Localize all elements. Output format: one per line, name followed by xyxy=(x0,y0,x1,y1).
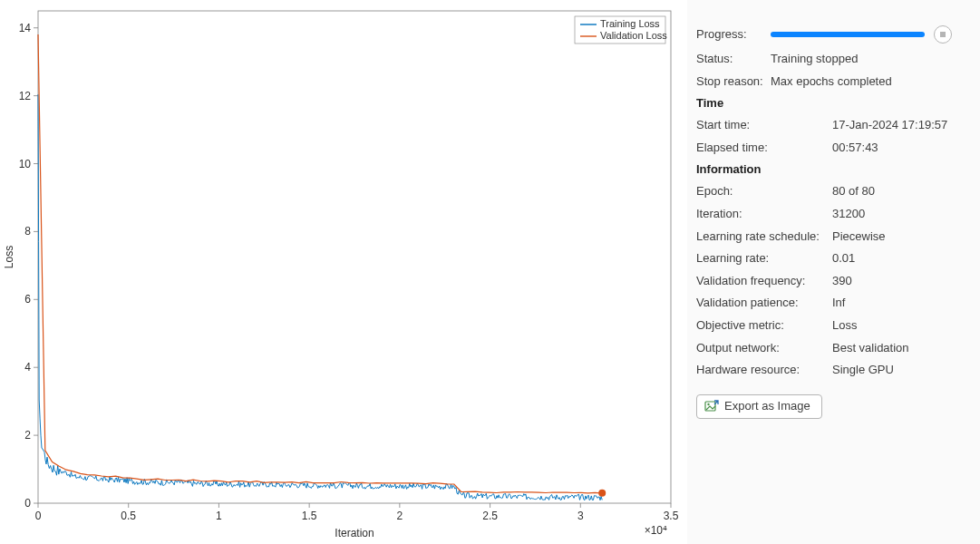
obj-label: Objective metric: xyxy=(696,318,832,333)
val-pat-row: Validation patience: Inf xyxy=(696,296,967,310)
start-time-label: Start time: xyxy=(696,118,832,132)
svg-text:4: 4 xyxy=(24,361,31,374)
svg-text:12: 12 xyxy=(19,90,32,102)
svg-text:14: 14 xyxy=(19,22,32,34)
training-loss-chart: 0246810121400.511.522.533.5IterationLoss… xyxy=(0,0,687,544)
status-label: Status: xyxy=(696,52,771,66)
progress-fill xyxy=(771,32,925,37)
svg-text:8: 8 xyxy=(24,225,31,238)
start-time-row: Start time: 17-Jan-2024 17:19:57 xyxy=(696,118,967,132)
export-as-image-button[interactable]: Export as Image xyxy=(696,394,822,419)
stop-reason-row: Stop reason: Max epochs completed xyxy=(696,74,967,89)
val-freq-label: Validation frequency: xyxy=(696,274,832,288)
outnet-value: Best validation xyxy=(832,341,967,355)
val-freq-row: Validation frequency: 390 xyxy=(696,274,967,288)
lr-label: Learning rate: xyxy=(696,251,832,266)
obj-row: Objective metric: Loss xyxy=(696,318,967,333)
svg-text:6: 6 xyxy=(24,293,31,306)
elapsed-label: Elapsed time: xyxy=(696,141,832,155)
hw-row: Hardware resource: Single GPU xyxy=(696,363,967,377)
stop-reason-value: Max epochs completed xyxy=(771,74,967,89)
hw-label: Hardware resource: xyxy=(696,363,832,377)
status-value: Training stopped xyxy=(771,52,967,66)
lr-sched-row: Learning rate schedule: Piecewise xyxy=(696,229,967,244)
svg-point-36 xyxy=(598,490,606,497)
stop-training-button[interactable] xyxy=(934,25,952,44)
svg-text:3: 3 xyxy=(577,510,584,522)
app-root: 0246810121400.511.522.533.5IterationLoss… xyxy=(0,0,980,544)
iteration-label: Iteration: xyxy=(696,207,832,221)
epoch-label: Epoch: xyxy=(696,184,832,199)
svg-text:3.5: 3.5 xyxy=(664,510,679,522)
iteration-row: Iteration: 31200 xyxy=(696,207,967,221)
svg-text:Iteration: Iteration xyxy=(335,527,374,539)
status-row: Status: Training stopped xyxy=(696,52,967,66)
svg-text:1: 1 xyxy=(216,510,222,522)
progress-row: Progress: xyxy=(696,25,967,44)
lr-sched-label: Learning rate schedule: xyxy=(696,229,832,244)
svg-text:2: 2 xyxy=(397,510,403,522)
chart-svg: 0246810121400.511.522.533.5IterationLoss… xyxy=(0,0,687,544)
lr-row: Learning rate: 0.01 xyxy=(696,251,967,266)
outnet-row: Output network: Best validation xyxy=(696,341,967,355)
elapsed-time-row: Elapsed time: 00:57:43 xyxy=(696,141,967,155)
obj-value: Loss xyxy=(832,318,967,333)
export-button-label: Export as Image xyxy=(724,399,810,413)
progress-bar xyxy=(771,32,925,37)
svg-text:×10⁴: ×10⁴ xyxy=(645,524,667,537)
export-image-icon xyxy=(704,399,719,413)
svg-text:2: 2 xyxy=(24,429,31,442)
iteration-value: 31200 xyxy=(832,207,967,221)
svg-text:1.5: 1.5 xyxy=(302,510,317,522)
stop-reason-label: Stop reason: xyxy=(696,74,771,89)
training-info-panel: Progress: Status: Training stopped Stop … xyxy=(687,0,980,544)
lr-value: 0.01 xyxy=(832,251,967,266)
svg-text:0: 0 xyxy=(35,510,42,522)
svg-point-43 xyxy=(707,403,709,405)
svg-rect-0 xyxy=(38,11,671,503)
information-section-head: Information xyxy=(696,162,967,176)
svg-text:Loss: Loss xyxy=(3,246,15,268)
val-pat-value: Inf xyxy=(832,296,967,310)
svg-text:2.5: 2.5 xyxy=(482,510,498,522)
epoch-value: 80 of 80 xyxy=(832,184,967,199)
progress-label: Progress: xyxy=(696,27,771,42)
val-pat-label: Validation patience: xyxy=(696,296,832,310)
start-time-value: 17-Jan-2024 17:19:57 xyxy=(832,118,967,132)
progress-content xyxy=(771,25,967,44)
svg-text:Training Loss: Training Loss xyxy=(600,18,660,29)
svg-text:10: 10 xyxy=(19,158,32,170)
hw-value: Single GPU xyxy=(832,363,967,377)
elapsed-value: 00:57:43 xyxy=(832,141,967,155)
svg-text:Validation Loss: Validation Loss xyxy=(600,30,667,41)
val-freq-value: 390 xyxy=(832,274,967,288)
time-section-head: Time xyxy=(696,96,967,110)
epoch-row: Epoch: 80 of 80 xyxy=(696,184,967,199)
lr-sched-value: Piecewise xyxy=(832,229,967,244)
svg-text:0: 0 xyxy=(24,497,31,510)
outnet-label: Output network: xyxy=(696,341,832,355)
svg-text:0.5: 0.5 xyxy=(121,510,136,522)
